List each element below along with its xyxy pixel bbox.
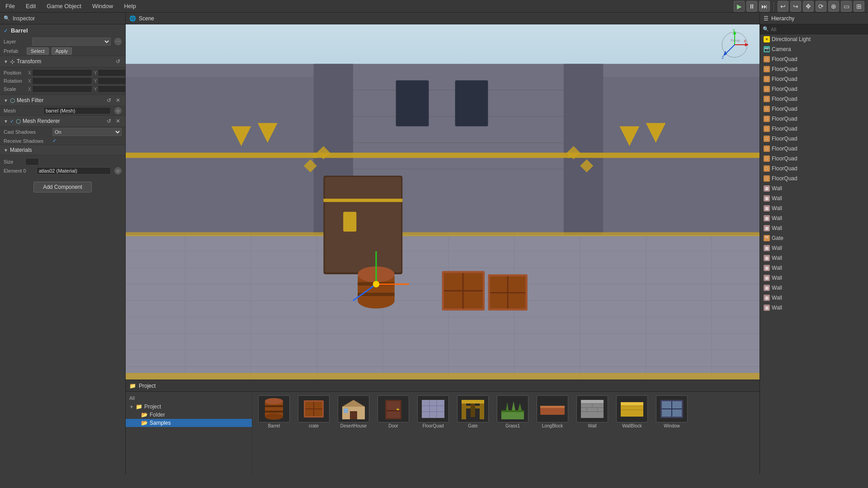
hierarchy-item-floorquad-10[interactable]: □ FloorQuad [760,144,868,154]
layer-select[interactable] [32,38,111,46]
menu-file[interactable]: File [4,2,17,10]
hierarchy-item-floorquad-3[interactable]: □ FloorQuad [760,74,868,84]
menu-help[interactable]: Help [122,2,138,10]
hierarchy-item-wall-1[interactable]: ▦ Wall [760,183,868,193]
hierarchy-item-floorquad-13[interactable]: □ FloorQuad [760,174,868,183]
hierarchy-label: Hierarchy [771,15,794,22]
mesh-renderer-section-header[interactable]: ▼ ✓ ⬡ Mesh Renderer ↺ ✕ [0,115,125,127]
hierarchy-item-wall-3[interactable]: ▦ Wall [760,203,868,213]
materials-section-header[interactable]: ▼ Materials [0,145,125,155]
hierarchy-item-floorquad-8[interactable]: □ FloorQuad [760,124,868,134]
wall1-icon: ▦ [764,185,770,192]
mesh-filter-refresh-btn[interactable]: ↺ [105,97,113,104]
asset-barrel[interactable]: Barrel [256,395,292,428]
scale-y-input[interactable]: 1 [98,85,126,93]
tree-item-folder[interactable]: 📂 Folder [126,411,252,419]
position-x-input[interactable]: 13.2942 [32,69,92,76]
menu-window[interactable]: Window [90,2,115,10]
project-icon: 📁 [129,383,136,389]
redo-button[interactable]: ↪ [790,1,801,12]
hierarchy-item-wall-11[interactable]: ▦ Wall [760,293,868,303]
hierarchy-item-floorquad-5[interactable]: □ FloorQuad [760,94,868,104]
svg-rect-48 [324,199,403,202]
cast-shadows-select[interactable]: On Off Two Sided Shadows Only [52,128,122,136]
prefab-apply-btn[interactable]: Apply [52,47,72,55]
asset-floorquad[interactable]: FloorQuad [415,395,451,428]
hierarchy-item-floorquad-4[interactable]: □ FloorQuad [760,84,868,94]
undo-button[interactable]: ↩ [778,1,788,12]
asset-deserthouse[interactable]: DesertHouse [335,395,372,428]
hierarchy-item-wall-10[interactable]: ▦ Wall [760,283,868,293]
prefab-select-btn[interactable]: Select [27,47,49,55]
svg-rect-101 [462,400,484,404]
asset-crate[interactable]: crate [296,395,332,428]
hierarchy-item-wall-9[interactable]: ▦ Wall [760,273,868,283]
asset-gate[interactable]: Gate [455,395,491,428]
mesh-filter-section-header[interactable]: ▼ ⬡ Mesh Filter ↺ ✕ [0,94,125,106]
tree-item-samples[interactable]: 📂 Samples [126,419,252,427]
hierarchy-item-floorquad-12[interactable]: □ FloorQuad [760,164,868,174]
mesh-renderer-close-btn[interactable]: ✕ [114,117,122,125]
add-component-button[interactable]: Add Component [33,182,92,192]
asset-door[interactable]: Door [375,395,411,428]
pause-button[interactable]: ⏸ [746,1,757,12]
scale-x-input[interactable]: 1 [32,85,92,93]
svg-point-79 [265,413,283,420]
rect-tool[interactable]: ▭ [841,1,852,12]
floorquad4-icon: □ [764,86,770,92]
mat-picker-btn[interactable]: ◎ [114,167,122,174]
menu-gameobject[interactable]: Game Object [45,2,83,10]
asset-wall[interactable]: Wall [574,395,610,428]
prefab-label: Prefab [4,48,24,54]
mesh-picker-btn[interactable]: ◎ [114,107,122,114]
mesh-renderer-checkbox[interactable]: ✓ [10,118,14,124]
hierarchy-item-wall-8[interactable]: ▦ Wall [760,263,868,273]
hierarchy-item-wall-6[interactable]: ▦ Wall [760,243,868,253]
rotate-tool[interactable]: ⟳ [816,1,826,12]
asset-wallblock[interactable]: WallBlock [614,395,650,428]
project-arrow: ▼ [129,404,134,409]
transform-tool[interactable]: ⊞ [854,1,864,12]
step-button[interactable]: ⏭ [759,1,770,12]
play-button[interactable]: ▶ [734,1,745,12]
floorquad2-label: FloorQuad [772,66,797,72]
asset-longblock[interactable]: LongBlock [534,395,571,428]
rotation-x-input[interactable]: 4.61037 [32,77,92,84]
scene-viewport[interactable]: X Y Z Persp [126,24,760,380]
move-tool[interactable]: ✥ [803,1,814,12]
hierarchy-item-floorquad-9[interactable]: □ FloorQuad [760,134,868,144]
hierarchy-item-dirlight[interactable]: ☀ Directional Light [760,34,868,44]
hierarchy-search-input[interactable] [771,27,865,32]
asset-window[interactable]: Window [654,395,690,428]
project-filter-label: All [126,394,252,403]
asset-window-thumb [656,395,688,422]
position-y-input[interactable]: 0.30389 [98,69,126,76]
tree-item-project[interactable]: ▼ 📁 Project [126,403,252,411]
mat-size-input[interactable]: 1 [25,158,39,165]
object-enabled-check[interactable]: ✓ [4,28,8,34]
hierarchy-item-floorquad-7[interactable]: □ FloorQuad [760,114,868,124]
hierarchy-item-wall-12[interactable]: ▦ Wall [760,303,868,313]
samples-folder-icon: 📂 [141,420,148,426]
mesh-renderer-refresh-btn[interactable]: ↺ [105,117,113,125]
transform-section-header[interactable]: ▼ ⊹ Transform ↺ [0,56,125,67]
asset-grass1[interactable]: Grass1 [495,395,531,428]
hierarchy-item-wall-7[interactable]: ▦ Wall [760,253,868,263]
scale-tool[interactable]: ⊕ [828,1,839,12]
hierarchy-item-wall-5[interactable]: ▦ Wall [760,223,868,233]
rotation-y-input[interactable]: 343.296 [98,77,126,84]
mesh-filter-close-btn[interactable]: ✕ [114,97,122,104]
hierarchy-item-floorquad-11[interactable]: □ FloorQuad [760,154,868,164]
menu-edit[interactable]: Edit [24,2,38,10]
receive-shadows-check[interactable]: ✓ [52,138,57,144]
hierarchy-item-gate[interactable]: ⛩ Gate [760,233,868,243]
hierarchy-item-floorquad-6[interactable]: □ FloorQuad [760,104,868,114]
mesh-filter-arrow: ▼ [4,98,8,103]
hierarchy-item-wall-4[interactable]: ▦ Wall [760,213,868,223]
transform-refresh-btn[interactable]: ↺ [114,58,122,65]
hierarchy-item-floorquad-2[interactable]: □ FloorQuad [760,64,868,74]
layer-settings-btn[interactable]: ⋯ [114,38,122,45]
hierarchy-item-floorquad-1[interactable]: □ FloorQuad [760,54,868,64]
hierarchy-item-camera[interactable]: 📷 Camera [760,44,868,54]
hierarchy-item-wall-2[interactable]: ▦ Wall [760,193,868,203]
